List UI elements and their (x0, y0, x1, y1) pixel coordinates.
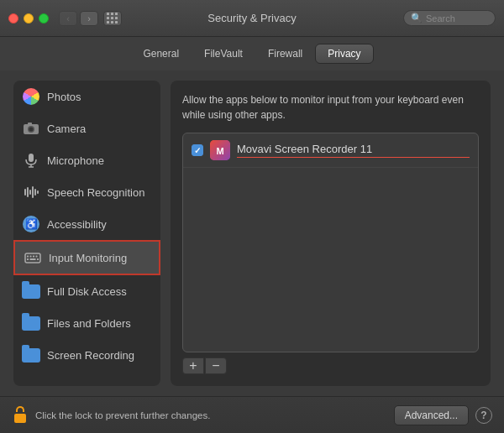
svg-rect-19 (30, 258, 36, 260)
lock-body (14, 414, 26, 423)
nav-buttons: ‹ › (59, 11, 98, 26)
svg-rect-18 (27, 258, 29, 260)
lock-icon[interactable] (12, 406, 29, 425)
photos-icon (22, 87, 40, 106)
list-controls: + − (182, 357, 479, 374)
sidebar-item-files-and-folders[interactable]: Files and Folders (13, 307, 160, 339)
tab-filevault[interactable]: FileVault (192, 44, 255, 64)
folder-icon-files (22, 314, 40, 332)
app-checkbox[interactable]: ✓ (192, 144, 203, 156)
content-area: Photos Camera (0, 70, 504, 396)
lock-status-text: Click the lock to prevent further change… (35, 410, 387, 420)
sidebar-label-files-and-folders: Files and Folders (47, 317, 131, 330)
accessibility-icon: ♿ (22, 215, 40, 233)
advanced-button[interactable]: Advanced... (394, 405, 469, 425)
svg-rect-15 (30, 256, 32, 258)
window-title: Security & Privacy (207, 12, 296, 24)
camera-icon (22, 119, 40, 138)
tab-privacy[interactable]: Privacy (315, 44, 373, 64)
keyboard-icon (24, 248, 42, 267)
svg-rect-17 (36, 256, 38, 258)
table-row[interactable]: ✓ M Movavi Screen (183, 133, 478, 168)
sidebar: Photos Camera (13, 81, 160, 386)
titlebar: ‹ › Security & Privacy 🔍 Search (0, 0, 504, 37)
app-list: ✓ M Movavi Screen (182, 133, 479, 352)
sidebar-item-photos[interactable]: Photos (13, 81, 160, 112)
checkmark-icon: ✓ (194, 146, 201, 155)
remove-app-button[interactable]: − (205, 357, 227, 374)
search-box[interactable]: 🔍 Search (403, 10, 496, 26)
lock-shackle (16, 406, 24, 412)
sidebar-label-photos: Photos (47, 91, 81, 103)
svg-rect-10 (32, 186, 34, 198)
app-logo-movavi: M (210, 140, 230, 160)
svg-rect-20 (37, 258, 39, 260)
svg-rect-14 (27, 256, 29, 258)
svg-rect-8 (27, 187, 29, 197)
sidebar-label-speech-recognition: Speech Recognition (47, 186, 144, 199)
search-icon: 🔍 (411, 13, 423, 23)
svg-rect-16 (33, 256, 34, 258)
svg-rect-4 (29, 154, 34, 162)
svg-text:M: M (216, 146, 223, 156)
main-panel: Allow the apps below to monitor input fr… (171, 81, 491, 386)
sidebar-label-microphone: Microphone (47, 154, 104, 167)
sidebar-label-accessibility: Accessibility (47, 218, 107, 231)
search-placeholder: Search (426, 13, 455, 23)
help-button[interactable]: ? (475, 407, 492, 424)
grid-view-button[interactable] (103, 11, 122, 26)
svg-rect-7 (24, 189, 26, 196)
app-name-movavi: Movavi Screen Recorder 11 (237, 143, 470, 155)
folder-icon-screen-recording (22, 346, 40, 364)
forward-button[interactable]: › (80, 11, 98, 26)
minimize-button[interactable] (24, 13, 34, 23)
app-underline (237, 157, 470, 158)
sidebar-item-camera[interactable]: Camera (13, 112, 160, 144)
microphone-icon (22, 151, 40, 170)
svg-rect-3 (28, 123, 32, 125)
svg-rect-12 (37, 190, 39, 194)
svg-rect-9 (29, 190, 31, 195)
grid-icon (107, 13, 118, 24)
tabs-bar: General FileVault Firewall Privacy (0, 37, 504, 70)
add-app-button[interactable]: + (182, 357, 204, 374)
sidebar-label-camera: Camera (47, 123, 86, 135)
sidebar-item-input-monitoring[interactable]: Input Monitoring (13, 240, 160, 275)
svg-rect-13 (25, 253, 40, 263)
sidebar-item-speech-recognition[interactable]: Speech Recognition (13, 176, 160, 208)
sidebar-label-full-disk-access: Full Disk Access (47, 285, 127, 298)
sidebar-label-input-monitoring: Input Monitoring (49, 252, 127, 264)
speech-recognition-icon (22, 183, 40, 201)
sidebar-item-microphone[interactable]: Microphone (13, 144, 160, 176)
panel-description: Allow the apps below to monitor input fr… (182, 92, 479, 123)
folder-icon-full-disk (22, 282, 40, 300)
bottom-bar: Click the lock to prevent further change… (0, 396, 504, 433)
sidebar-label-screen-recording: Screen Recording (47, 349, 134, 362)
svg-point-2 (29, 128, 34, 132)
traffic-lights (8, 13, 49, 23)
sidebar-item-full-disk-access[interactable]: Full Disk Access (13, 275, 160, 307)
back-button[interactable]: ‹ (59, 11, 77, 26)
close-button[interactable] (8, 13, 18, 23)
maximize-button[interactable] (39, 13, 49, 23)
sidebar-item-accessibility[interactable]: ♿ Accessibility (13, 208, 160, 240)
tab-general[interactable]: General (130, 44, 192, 64)
sidebar-item-screen-recording[interactable]: Screen Recording (13, 339, 160, 371)
tab-firewall[interactable]: Firewall (255, 44, 315, 64)
svg-rect-11 (34, 189, 36, 196)
